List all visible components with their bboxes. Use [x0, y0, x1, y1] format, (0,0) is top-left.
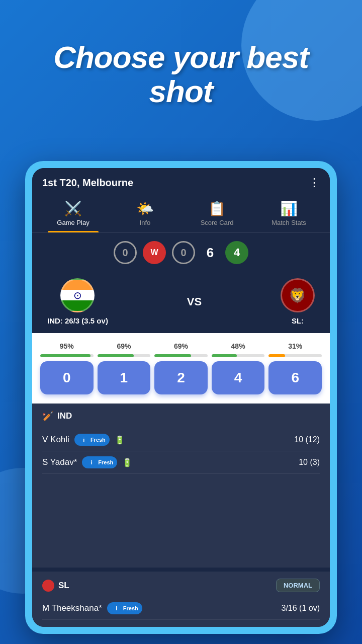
- match-vs: IND: 26/3 (3.5 ov) VS 🦁 SL:: [32, 272, 330, 333]
- match-title: 1st T20, Melbourne: [42, 177, 133, 189]
- tab-info[interactable]: 🌤️ Info: [109, 195, 181, 232]
- shot-2: 69% 2: [154, 342, 208, 394]
- shot-1: 69% 1: [98, 342, 151, 394]
- shot-2-bar-bg: [154, 354, 208, 357]
- bat-icon: 🏏: [42, 411, 53, 422]
- shot-0-bar-bg: [40, 354, 94, 357]
- shot-2-bar-fill: [154, 354, 191, 357]
- ind-label-text: IND: [57, 411, 72, 421]
- ind-team-label: 🏏 IND: [42, 411, 320, 422]
- shot-4: 48% 4: [212, 342, 265, 394]
- yadav-left: S Yadav* i Fresh 🔋: [42, 456, 132, 468]
- theekshana-score: 3/16 (1 ov): [282, 604, 320, 613]
- background: Choose your best shot 1st T20, Melbourne…: [0, 0, 362, 644]
- shot-4-bar-bg: [212, 354, 265, 357]
- shot-6-percent: 31%: [288, 342, 302, 350]
- shot-2-button[interactable]: 2: [154, 361, 208, 394]
- shot-options: 95% 0 69% 1 69%: [40, 342, 322, 394]
- theekshana-name: M Theekshana*: [42, 603, 102, 613]
- phone-frame: 1st T20, Melbourne ⋮ ⚔️ Game Play 🌤️ Inf…: [25, 161, 337, 634]
- ind-score: IND: 26/3 (3.5 ov): [47, 316, 108, 325]
- shot-1-percent: 69%: [117, 342, 131, 350]
- flag-sl: 🦁: [281, 278, 315, 312]
- player-row-yadav: S Yadav* i Fresh 🔋 10 (3): [42, 451, 320, 474]
- gameplay-icon: ⚔️: [64, 200, 82, 217]
- tab-matchstats[interactable]: 📊 Match Stats: [253, 195, 325, 232]
- kohli-info-icon: i: [79, 435, 88, 444]
- kohli-badge: i Fresh: [74, 434, 110, 446]
- player-row-theekshana: M Theekshana* i Fresh 3/16 (1 ov): [42, 597, 320, 620]
- team-sl: 🦁 SL:: [281, 278, 315, 325]
- tab-gameplay[interactable]: ⚔️ Game Play: [37, 195, 109, 232]
- yadav-badge: i Fresh: [82, 456, 117, 468]
- ind-player-section: 🏏 IND V Kohli i Fresh 🔋 10 (12): [32, 404, 330, 568]
- shot-6-bar-fill: [268, 354, 285, 357]
- sl-score: SL:: [292, 316, 304, 325]
- flag-ind: [60, 278, 95, 312]
- theekshana-left: M Theekshana* i Fresh: [42, 602, 142, 614]
- shot-6-bar-bg: [268, 354, 322, 357]
- shot-0-button[interactable]: 0: [40, 361, 94, 394]
- headline: Choose your best shot: [30, 40, 332, 109]
- kohli-left: V Kohli i Fresh 🔋: [42, 434, 125, 446]
- info-label: Info: [140, 219, 151, 226]
- match-header: 1st T20, Melbourne ⋮: [32, 168, 330, 195]
- kohli-score: 10 (12): [294, 435, 320, 444]
- shot-4-button[interactable]: 4: [212, 361, 265, 394]
- shot-0-bar-fill: [40, 354, 90, 357]
- scorecard-label: Score Card: [201, 219, 234, 226]
- theekshana-info-icon: i: [112, 604, 121, 613]
- theekshana-badge: i Fresh: [107, 602, 142, 614]
- matchstats-label: Match Stats: [272, 219, 306, 226]
- player-row-kohli: V Kohli i Fresh 🔋 10 (12): [42, 429, 320, 451]
- nav-tabs: ⚔️ Game Play 🌤️ Info 📋 Score Card 📊 Matc…: [32, 195, 330, 233]
- shot-selector: 95% 0 69% 1 69%: [32, 333, 330, 404]
- sl-team-label: SL NORMAL: [42, 579, 320, 592]
- shot-4-percent: 48%: [231, 342, 245, 350]
- shot-6-button[interactable]: 6: [268, 361, 322, 394]
- ball-0-2: 0: [172, 241, 195, 264]
- sl-dot-icon: [42, 580, 54, 592]
- yadav-info-icon: i: [87, 458, 96, 467]
- shot-1-bar-bg: [98, 354, 151, 357]
- shot-2-percent: 69%: [174, 342, 188, 350]
- normal-mode-badge: NORMAL: [276, 579, 320, 592]
- shot-0: 95% 0: [40, 342, 94, 394]
- shot-6: 31% 6: [268, 342, 322, 394]
- ball-4: 4: [225, 241, 248, 264]
- team-ind: IND: 26/3 (3.5 ov): [47, 278, 108, 325]
- vs-text: VS: [187, 295, 202, 308]
- shot-1-bar-fill: [98, 354, 134, 357]
- more-options-icon[interactable]: ⋮: [309, 176, 320, 189]
- ball-tracker: 0 W 0 6 4: [32, 233, 330, 272]
- kohli-name: V Kohli: [42, 435, 69, 445]
- info-icon: 🌤️: [136, 200, 154, 217]
- sl-label-text: SL: [58, 581, 69, 591]
- ball-6: 6: [201, 245, 219, 261]
- ball-w: W: [143, 241, 166, 264]
- shot-1-button[interactable]: 1: [98, 361, 151, 394]
- shot-4-bar-fill: [212, 354, 237, 357]
- sl-player-section: SL NORMAL M Theekshana* i Fresh 3/16 (1 …: [32, 568, 330, 627]
- ball-0: 0: [114, 241, 137, 264]
- phone-screen: 1st T20, Melbourne ⋮ ⚔️ Game Play 🌤️ Inf…: [32, 168, 330, 627]
- tab-scorecard[interactable]: 📋 Score Card: [181, 195, 253, 232]
- shot-0-percent: 95%: [60, 342, 74, 350]
- yadav-score: 10 (3): [299, 458, 320, 467]
- yadav-name: S Yadav*: [42, 457, 77, 467]
- kohli-battery: 🔋: [115, 435, 125, 445]
- gameplay-label: Game Play: [57, 219, 89, 226]
- matchstats-icon: 📊: [280, 200, 298, 217]
- scorecard-icon: 📋: [208, 200, 226, 217]
- sl-left: SL: [42, 580, 69, 592]
- yadav-battery: 🔋: [122, 458, 132, 467]
